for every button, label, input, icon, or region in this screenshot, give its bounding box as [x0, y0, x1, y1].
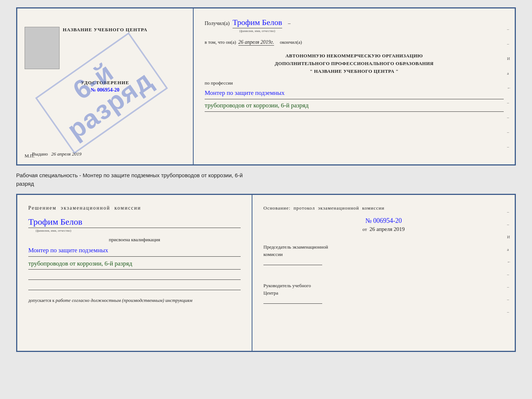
- qual-line1: Монтер по защите подземных: [28, 245, 241, 257]
- dopuskaetsya-line: допускается к работе согласно должностны…: [28, 298, 241, 303]
- dopusk-text: работе согласно должностным (производств…: [55, 298, 192, 303]
- osnovanie-text: Основание: протокол экзаменационной коми…: [263, 205, 504, 211]
- separator-line2: разряд: [16, 180, 516, 188]
- qual-line2: трубопроводов от коррозии, 6-й разряд: [28, 258, 241, 270]
- udost-number: № 006954-20: [81, 87, 129, 93]
- rukovoditel-line2: Центра: [263, 289, 504, 297]
- poluchil-line: Получил(а) Трофим Белов (фамилия, имя, о…: [205, 18, 504, 33]
- vydano-label: Выдано 26 апреля 2019: [32, 151, 82, 157]
- dash1: –: [288, 21, 291, 26]
- vtom-date: 26 апреля 2019г.: [238, 39, 274, 46]
- resheniem-text: Решением экзаменационной комиссии: [28, 205, 241, 211]
- org-line2: ДОПОЛНИТЕЛЬНОГО ПРОФЕССИОНАЛЬНОГО ОБРАЗО…: [205, 60, 504, 68]
- bottom-name-field: Трофим Белов (фамилия, имя, отчество): [28, 217, 241, 232]
- vtom-line: в том, что он(а) 26 апреля 2019г. окончи…: [205, 39, 504, 46]
- separator-text: Рабочая специальность - Монтер по защите…: [16, 171, 516, 188]
- bottom-document: Решением экзаменационной комиссии Трофим…: [16, 194, 516, 352]
- prisvoena-label: присвоена квалификация: [28, 237, 241, 243]
- photo-placeholder: [25, 27, 60, 69]
- top-doc-left: НАЗВАНИЕ УЧЕБНОГО ЦЕНТРА 6-й разряд УДОС…: [17, 8, 194, 164]
- profession-line2: трубопроводов от коррозии, 6-й разряд: [205, 100, 504, 112]
- bottom-doc-right: Основание: протокол экзаменационной коми…: [252, 195, 515, 351]
- right-side-chars: – – И а ← – – – –: [507, 27, 511, 149]
- bottom-doc-left: Решением экзаменационной комиссии Трофим…: [17, 195, 252, 351]
- empty-line-2: [28, 281, 241, 290]
- poluchil-label: Получил(а): [205, 21, 230, 26]
- predsedatel-line1: Председатель экзаменационной: [263, 243, 504, 251]
- rukovoditel-line1: Руководитель учебного: [263, 282, 504, 289]
- predsedatel-signature-line: [263, 258, 322, 265]
- vydano-date: 26 апреля 2019: [51, 151, 82, 157]
- dopuskaetsya-label: допускается к: [28, 298, 54, 303]
- predsedatel-line2: комиссии: [263, 251, 504, 258]
- empty-line-1: [28, 271, 241, 280]
- bottom-name: Трофим Белов: [28, 217, 241, 228]
- org-name: " НАЗВАНИЕ УЧЕБНОГО ЦЕНТРА ": [205, 68, 504, 75]
- poluchil-name: Трофим Белов: [233, 18, 282, 28]
- org-line1: АВТОНОМНУЮ НЕКОММЕРЧЕСКУЮ ОРГАНИЗАЦИЮ: [205, 52, 504, 60]
- top-document: НАЗВАНИЕ УЧЕБНОГО ЦЕНТРА 6-й разряд УДОС…: [16, 7, 516, 165]
- po-professii-label: по профессии: [205, 80, 504, 86]
- rukovoditel-text: Руководитель учебного Центра: [263, 282, 504, 308]
- udostoverenie-label: УДОСТОВЕРЕНИЕ: [81, 80, 129, 86]
- bottom-fio-label: (фамилия, имя, отчество): [36, 229, 241, 232]
- predsedatel-text: Председатель экзаменационной комиссии: [263, 243, 504, 270]
- rukovoditel-signature-line: [263, 296, 322, 304]
- top-center-title: НАЗВАНИЕ УЧЕБНОГО ЦЕНТРА: [63, 27, 148, 33]
- mp-label: М.П.: [25, 153, 35, 159]
- bottom-right-side-chars: – – И а ← – – – –: [507, 210, 511, 314]
- vtom-label: в том, что он(а): [205, 39, 236, 45]
- profession-line1: Монтер по защите подземных: [205, 88, 504, 99]
- protocol-number: № 006954-20: [263, 217, 504, 225]
- separator-line1: Рабочая специальность - Монтер по защите…: [16, 171, 516, 180]
- top-doc-right: Получил(а) Трофим Белов (фамилия, имя, о…: [194, 8, 515, 164]
- fio-label-top: (фамилия, имя, отчество): [240, 29, 275, 33]
- org-block: АВТОНОМНУЮ НЕКОММЕРЧЕСКУЮ ОРГАНИЗАЦИЮ ДО…: [205, 52, 504, 75]
- ot-date: от 26 апреля 2019: [263, 226, 504, 232]
- okoncil-label: окончил(а): [280, 39, 302, 45]
